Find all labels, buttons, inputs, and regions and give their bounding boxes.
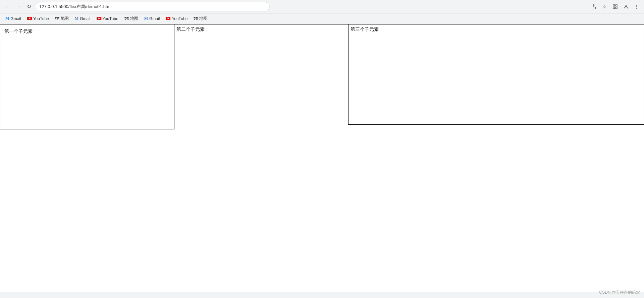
address-bar-row: ← → ↻ ☆ ⋮: [0, 0, 644, 13]
flex-item-2-label: 第二个子元素: [176, 26, 205, 32]
youtube-icon-1: [27, 16, 32, 21]
bookmark-label-gmail-1: Gmail: [10, 16, 21, 21]
flex-item-1-top: 第一个子元素: [2, 26, 172, 60]
bookmark-label-maps-2: 地图: [130, 16, 138, 21]
svg-point-4: [625, 5, 627, 6]
maps-icon-2: 🗺: [124, 16, 129, 21]
bookmark-youtube-1[interactable]: YouTube: [24, 15, 52, 22]
page-content: 第一个子元素 第二个子元素 第三个子元素: [0, 24, 644, 292]
svg-rect-1: [615, 5, 617, 6]
bookmark-label-youtube-3: YouTube: [172, 16, 187, 21]
back-button[interactable]: ←: [3, 2, 12, 11]
flex-item-2: 第二个子元素: [174, 24, 348, 91]
bookmarks-bar: M Gmail YouTube 🗺 地图 M Gmail YouTube 🗺 地…: [0, 13, 644, 24]
bookmark-label-gmail-2: Gmail: [80, 16, 90, 21]
extension-button[interactable]: [610, 2, 620, 11]
gmail-icon-1: M: [5, 16, 9, 21]
browser-actions: ☆ ⋮: [589, 2, 641, 11]
bookmark-label-youtube-2: YouTube: [103, 16, 118, 21]
svg-rect-3: [613, 7, 615, 9]
maps-icon-3: 🗺: [194, 16, 198, 21]
bookmark-maps-2[interactable]: 🗺 地图: [122, 14, 141, 23]
flex-item-3-label: 第三个子元素: [351, 26, 379, 32]
bookmark-gmail-1[interactable]: M Gmail: [3, 15, 24, 22]
watermark: CSDN @天秤座的码农: [599, 290, 640, 295]
address-input[interactable]: [35, 2, 270, 11]
youtube-icon-3: [166, 16, 170, 21]
reload-button[interactable]: ↻: [24, 2, 34, 11]
svg-rect-2: [615, 7, 617, 9]
svg-rect-0: [613, 5, 615, 6]
flex-item-1: 第一个子元素: [0, 24, 174, 129]
profile-button[interactable]: [621, 2, 631, 11]
flex-item-1-label: 第一个子元素: [4, 28, 33, 34]
bookmark-label-gmail-3: Gmail: [149, 16, 160, 21]
share-button[interactable]: [589, 2, 598, 11]
youtube-icon-2: [97, 16, 101, 21]
bookmark-youtube-3[interactable]: YouTube: [163, 15, 190, 22]
bookmark-gmail-2[interactable]: M Gmail: [72, 15, 93, 22]
flex-container: 第一个子元素 第二个子元素 第三个子元素: [0, 24, 644, 129]
bookmark-label-maps-3: 地图: [199, 16, 207, 21]
gmail-icon-2: M: [75, 16, 78, 21]
maps-icon-1: 🗺: [55, 16, 59, 21]
bookmark-label-youtube-1: YouTube: [33, 16, 49, 21]
bookmark-maps-1[interactable]: 🗺 地图: [52, 14, 71, 23]
bookmark-youtube-2[interactable]: YouTube: [94, 15, 121, 22]
flex-item-1-bottom: [2, 60, 172, 127]
flex-item-3: 第三个子元素: [348, 24, 644, 125]
bookmark-button[interactable]: ☆: [600, 2, 609, 11]
bookmark-label-maps-1: 地图: [61, 16, 69, 21]
browser-chrome: ← → ↻ ☆ ⋮ M Gmail YouTube: [0, 0, 644, 24]
gmail-icon-3: M: [144, 16, 148, 21]
forward-button[interactable]: →: [13, 2, 23, 11]
menu-button[interactable]: ⋮: [632, 2, 641, 11]
bookmark-gmail-3[interactable]: M Gmail: [142, 15, 163, 22]
bookmark-maps-3[interactable]: 🗺 地图: [191, 14, 210, 23]
